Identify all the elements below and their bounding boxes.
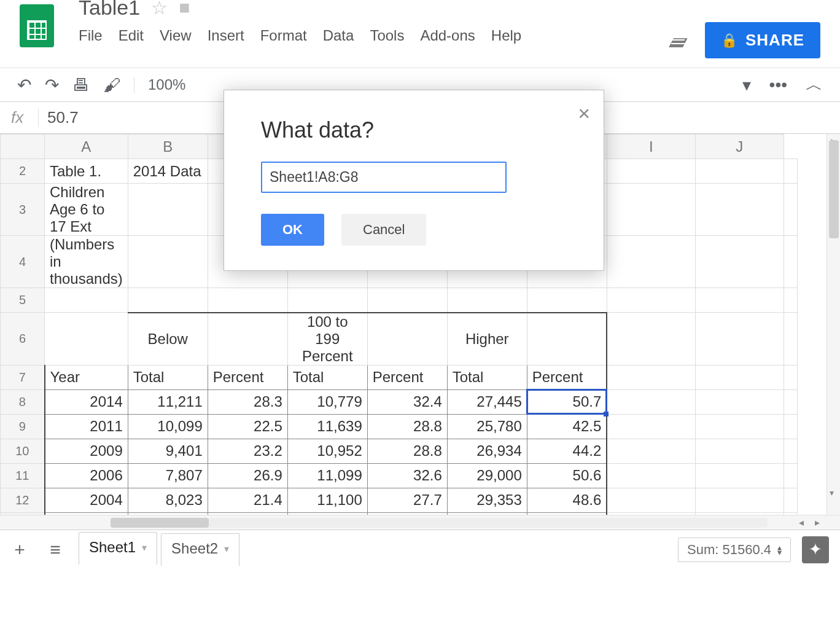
- cell[interactable]: 28,215: [447, 512, 527, 515]
- cell[interactable]: 7,855: [128, 512, 208, 515]
- add-sheet-icon[interactable]: +: [7, 539, 32, 560]
- cell[interactable]: 2014 Data: [128, 159, 208, 184]
- row-header[interactable]: 8: [1, 389, 45, 414]
- cell[interactable]: [45, 288, 128, 313]
- cell[interactable]: Total: [447, 365, 527, 389]
- menu-view[interactable]: View: [160, 27, 192, 44]
- menu-data[interactable]: Data: [323, 27, 354, 44]
- cell[interactable]: [607, 512, 695, 515]
- vertical-scrollbar[interactable]: ▴ ▾: [826, 134, 840, 515]
- cell[interactable]: Children Age 6 to 17 Ext: [45, 184, 128, 236]
- cell[interactable]: 50.6: [527, 463, 607, 488]
- cell[interactable]: [367, 288, 447, 313]
- cell[interactable]: [607, 365, 695, 389]
- cell[interactable]: [784, 512, 797, 515]
- cell[interactable]: 28.3: [208, 389, 287, 414]
- cell[interactable]: [607, 439, 695, 463]
- cell[interactable]: [128, 288, 208, 313]
- cell[interactable]: [45, 313, 128, 366]
- cell[interactable]: [784, 184, 797, 236]
- row-header[interactable]: 2: [1, 159, 45, 184]
- cell[interactable]: 28.8: [367, 414, 447, 439]
- cell[interactable]: Total: [128, 365, 208, 389]
- formula-value[interactable]: 50.7: [47, 108, 79, 127]
- cell[interactable]: [607, 313, 695, 366]
- vertical-scroll-thumb[interactable]: [829, 140, 839, 238]
- cell[interactable]: [695, 313, 784, 366]
- sheet-tab-caret-icon[interactable]: ▾: [142, 542, 147, 553]
- scroll-down-icon[interactable]: ▾: [830, 488, 834, 498]
- scroll-right-icon[interactable]: ▸: [809, 517, 825, 528]
- cell[interactable]: 7,807: [128, 463, 208, 488]
- cell[interactable]: 25,780: [447, 414, 527, 439]
- star-icon[interactable]: ☆: [151, 0, 168, 18]
- paint-format-icon[interactable]: 🖌: [103, 75, 120, 95]
- cell[interactable]: [784, 288, 797, 313]
- cell[interactable]: Table 1.: [45, 159, 128, 184]
- cell[interactable]: Below: [128, 313, 208, 366]
- cell[interactable]: 26.9: [208, 463, 287, 488]
- row-header[interactable]: 10: [1, 439, 45, 463]
- cell[interactable]: 11,211: [128, 389, 208, 414]
- cell[interactable]: 10,779: [287, 389, 367, 414]
- cell[interactable]: 22.5: [208, 414, 287, 439]
- cell[interactable]: 23.2: [208, 439, 287, 463]
- document-title[interactable]: Table1: [79, 0, 140, 20]
- row-header[interactable]: 6: [1, 313, 45, 366]
- cell[interactable]: 10,952: [287, 439, 367, 463]
- cell[interactable]: 11,099: [287, 463, 367, 488]
- cell[interactable]: Percent: [367, 365, 447, 389]
- cell[interactable]: [287, 288, 367, 313]
- cell[interactable]: 32.4: [367, 389, 447, 414]
- cell[interactable]: [784, 236, 797, 288]
- cell[interactable]: 11,100: [287, 488, 367, 512]
- menu-file[interactable]: File: [79, 27, 103, 44]
- all-sheets-icon[interactable]: ≡: [43, 539, 68, 560]
- cell[interactable]: [607, 463, 695, 488]
- cell[interactable]: [784, 439, 797, 463]
- cell[interactable]: [607, 184, 695, 236]
- cell[interactable]: [695, 463, 784, 488]
- row-header[interactable]: 3: [1, 184, 45, 236]
- cell[interactable]: 48.6: [527, 488, 607, 512]
- zoom-dropdown[interactable]: 100%: [148, 76, 185, 93]
- cell[interactable]: 29,353: [447, 488, 527, 512]
- cell[interactable]: 2000: [45, 512, 128, 515]
- cell[interactable]: 8,023: [128, 488, 208, 512]
- toolbar-dropdown-caret-icon[interactable]: ▾: [742, 75, 751, 95]
- cell[interactable]: [695, 236, 784, 288]
- row-header[interactable]: 4: [1, 236, 45, 288]
- cell[interactable]: [695, 488, 784, 512]
- menu-insert[interactable]: Insert: [208, 27, 244, 44]
- menu-format[interactable]: Format: [260, 27, 307, 44]
- sheet-tab-caret-icon[interactable]: ▾: [224, 543, 229, 555]
- quick-sum-box[interactable]: Sum: 51560.4 ▴▾: [678, 538, 791, 562]
- menu-help[interactable]: Help: [491, 27, 521, 44]
- cell[interactable]: [607, 389, 695, 414]
- cell[interactable]: 21.4: [208, 488, 287, 512]
- cell[interactable]: [695, 439, 784, 463]
- cell[interactable]: 2004: [45, 488, 128, 512]
- row-header[interactable]: 11: [1, 463, 45, 488]
- folder-icon[interactable]: ■: [179, 0, 190, 18]
- cell[interactable]: [527, 313, 607, 366]
- cell[interactable]: [447, 288, 527, 313]
- scroll-left-icon[interactable]: ◂: [793, 517, 809, 528]
- cell[interactable]: 40.9: [527, 512, 607, 515]
- cell[interactable]: 27.7: [367, 488, 447, 512]
- cell[interactable]: Year: [45, 365, 128, 389]
- cell[interactable]: [695, 288, 784, 313]
- menu-addons[interactable]: Add-ons: [420, 27, 475, 44]
- cell[interactable]: 44.2: [527, 439, 607, 463]
- comments-icon[interactable]: ▰: [669, 26, 688, 55]
- cell[interactable]: Percent: [527, 365, 607, 389]
- close-icon[interactable]: ×: [578, 101, 590, 125]
- cell[interactable]: Higher: [447, 313, 527, 366]
- cell[interactable]: [695, 184, 784, 236]
- row-header[interactable]: 7: [1, 365, 45, 389]
- cell[interactable]: 26,934: [447, 439, 527, 463]
- toolbar-more-icon[interactable]: •••: [769, 75, 787, 95]
- cell[interactable]: [208, 313, 287, 366]
- cell[interactable]: 11,639: [287, 414, 367, 439]
- sheet-tab[interactable]: Sheet2▾: [161, 533, 239, 566]
